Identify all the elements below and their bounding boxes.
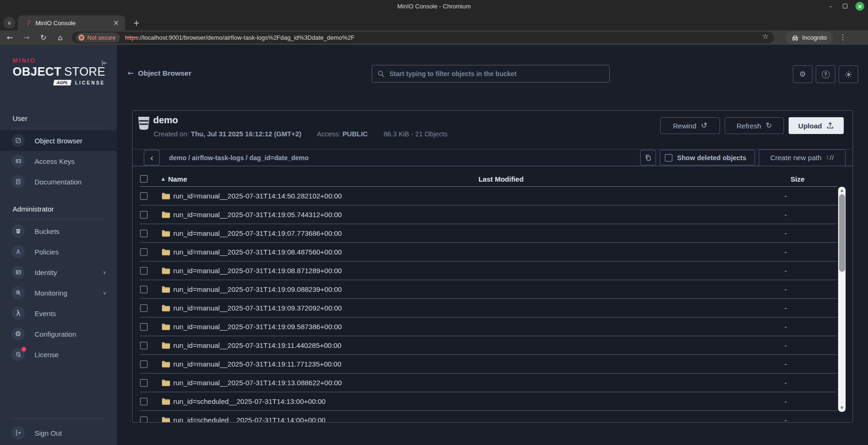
sign-out-icon [12, 426, 25, 439]
create-new-path-button[interactable]: Create new path [759, 149, 846, 166]
events-icon: λ [12, 307, 25, 320]
upload-button[interactable]: Upload [789, 117, 844, 134]
object-name-cell[interactable]: run_id=manual__2025-07-31T14:19:09.37209… [162, 304, 361, 312]
chevron-down-icon[interactable]: ∨ [103, 290, 106, 296]
scroll-down-icon[interactable]: ▼ [838, 406, 846, 410]
table-row[interactable]: run_id=manual__2025-07-31T14:19:08.87128… [140, 261, 837, 280]
select-all-checkbox[interactable] [140, 175, 148, 183]
object-name-cell[interactable]: run_id=scheduled__2025-07-31T14:14:00+00… [162, 416, 361, 422]
sidebar-item-identity[interactable]: Identity∨ [0, 262, 117, 283]
table-row[interactable]: run_id=manual__2025-07-31T14:19:09.08823… [140, 280, 837, 299]
sidebar-item-configuration[interactable]: ⚙Configuration [0, 324, 117, 344]
chevron-down-icon[interactable]: ∨ [103, 270, 106, 275]
row-checkbox[interactable] [140, 192, 148, 200]
browser-tab[interactable]: MinIO Console × [18, 15, 125, 30]
table-row[interactable]: run_id=manual__2025-07-31T14:19:11.77123… [140, 355, 837, 374]
object-name-cell[interactable]: run_id=manual__2025-07-31T14:19:11.77123… [162, 360, 361, 368]
table-row[interactable]: run_id=manual__2025-07-31T14:19:09.58738… [140, 318, 837, 336]
minimize-button[interactable]: – [826, 1, 835, 11]
theme-toggle-button[interactable] [839, 65, 858, 83]
back-nav-icon[interactable]: ← [3, 32, 17, 44]
refresh-button[interactable]: Refresh ↻ [725, 117, 784, 134]
sidebar-item-monitoring[interactable]: Monitoring∨ [0, 283, 117, 303]
object-name-cell[interactable]: run_id=manual__2025-07-31T14:19:08.48756… [162, 248, 361, 256]
table-row[interactable]: run_id=manual__2025-07-31T14:19:13.08862… [140, 374, 837, 392]
row-checkbox[interactable] [140, 398, 148, 405]
new-tab-button[interactable]: + [131, 17, 142, 28]
object-name-cell[interactable]: run_id=manual__2025-07-31T14:19:07.77368… [162, 229, 361, 237]
url-text[interactable]: https://localhost:9001/browser/demo/airf… [125, 34, 354, 41]
close-button[interactable]: × [855, 2, 864, 11]
scroll-up-icon[interactable]: ▲ [838, 189, 846, 192]
copy-path-button[interactable] [640, 150, 656, 165]
search-input[interactable] [389, 70, 604, 78]
objects-table: ▲ Name Last Modified Size run_id=manual_… [133, 166, 853, 422]
object-name-cell[interactable]: run_id=manual__2025-07-31T14:19:08.87128… [162, 267, 361, 275]
not-secure-badge[interactable]: × Not secure [76, 33, 120, 42]
table-scrollbar[interactable]: ▲ ▼ [838, 187, 846, 412]
filter-search-box[interactable] [372, 65, 610, 83]
table-row[interactable]: run_id=manual__2025-07-31T14:19:07.77368… [140, 224, 837, 243]
object-name-cell[interactable]: run_id=scheduled__2025-07-31T14:13:00+00… [162, 397, 361, 405]
table-row[interactable]: run_id=manual__2025-07-31T14:19:05.74431… [140, 205, 837, 224]
row-checkbox[interactable] [140, 286, 148, 293]
object-name: run_id=manual__2025-07-31T14:19:07.77368… [173, 229, 342, 237]
object-name: run_id=manual__2025-07-31T14:19:09.08823… [173, 285, 342, 293]
browser-menu-icon[interactable]: ⋮ [840, 34, 847, 41]
row-checkbox[interactable] [140, 360, 148, 368]
rewind-button[interactable]: Rewind ↺ [660, 117, 720, 134]
sidebar-item-sign-out[interactable]: Sign Out [0, 423, 117, 443]
forward-nav-icon[interactable]: → [20, 32, 34, 44]
sidebar-item-documentation[interactable]: Documentation [0, 171, 117, 192]
object-name-cell[interactable]: run_id=manual__2025-07-31T14:19:09.58738… [162, 323, 361, 331]
row-checkbox[interactable] [140, 230, 148, 237]
object-name-cell[interactable]: run_id=manual__2025-07-31T14:19:11.44028… [162, 341, 361, 349]
reload-icon[interactable]: ↻ [36, 32, 50, 44]
table-row[interactable]: run_id=scheduled__2025-07-31T14:14:00+00… [140, 411, 837, 422]
sidebar-item-object-browser[interactable]: Object Browser [0, 130, 117, 151]
row-checkbox[interactable] [140, 417, 148, 423]
row-checkbox[interactable] [140, 267, 148, 275]
tab-search-button[interactable]: ∨ [3, 17, 15, 29]
size-cell: - [641, 416, 837, 422]
row-checkbox[interactable] [140, 248, 148, 256]
tab-close-icon[interactable]: × [112, 20, 120, 27]
row-checkbox[interactable] [140, 379, 148, 387]
table-row[interactable]: run_id=manual__2025-07-31T14:19:11.44028… [140, 336, 837, 355]
object-name-cell[interactable]: run_id=manual__2025-07-31T14:19:13.08862… [162, 379, 361, 387]
object-name-cell[interactable]: run_id=manual__2025-07-31T14:14:50.28210… [162, 192, 361, 200]
home-icon[interactable]: ⌂ [53, 32, 67, 44]
column-header-last-modified[interactable]: Last Modified [361, 175, 641, 183]
object-name-cell[interactable]: run_id=manual__2025-07-31T14:19:05.74431… [162, 211, 361, 219]
breadcrumb[interactable]: demo / airflow-task-logs / dag_id=date_d… [169, 154, 309, 162]
settings-gear-button[interactable]: ⚙ [793, 65, 812, 83]
object-browser-header[interactable]: ← Object Browser [127, 69, 191, 78]
collapse-sidebar-icon[interactable] [101, 60, 108, 66]
url-bar[interactable]: × Not secure https://localhost:9001/brow… [72, 32, 774, 43]
row-checkbox[interactable] [140, 342, 148, 349]
divider [12, 128, 105, 128]
bookmark-star-icon[interactable]: ☆ [762, 33, 769, 40]
breadcrumb-back-button[interactable]: ‹ [144, 150, 160, 165]
sidebar-item-policies[interactable]: Policies [0, 241, 117, 262]
back-arrow-icon[interactable]: ← [127, 70, 134, 77]
scrollbar-thumb[interactable] [839, 194, 845, 272]
maximize-button[interactable] [841, 1, 849, 11]
sidebar-item-label: License [35, 351, 59, 359]
table-row[interactable]: run_id=manual__2025-07-31T14:14:50.28210… [140, 187, 837, 205]
object-name-cell[interactable]: run_id=manual__2025-07-31T14:19:09.08823… [162, 285, 361, 293]
sidebar-item-access-keys[interactable]: Access Keys [0, 151, 117, 171]
table-row[interactable]: run_id=scheduled__2025-07-31T14:13:00+00… [140, 392, 837, 411]
table-row[interactable]: run_id=manual__2025-07-31T14:19:09.37209… [140, 299, 837, 318]
row-checkbox[interactable] [140, 211, 148, 219]
column-header-name[interactable]: ▲ Name [162, 175, 361, 183]
help-button[interactable]: ? [816, 65, 835, 83]
sidebar-item-buckets[interactable]: Buckets [0, 221, 117, 241]
sidebar-item-events[interactable]: λEvents [0, 303, 117, 324]
show-deleted-checkbox[interactable] [665, 154, 672, 162]
row-checkbox[interactable] [140, 304, 148, 312]
table-row[interactable]: run_id=manual__2025-07-31T14:19:08.48756… [140, 243, 837, 261]
column-header-size[interactable]: Size [641, 175, 838, 183]
sidebar-item-license[interactable]: License [0, 344, 117, 365]
row-checkbox[interactable] [140, 323, 148, 331]
